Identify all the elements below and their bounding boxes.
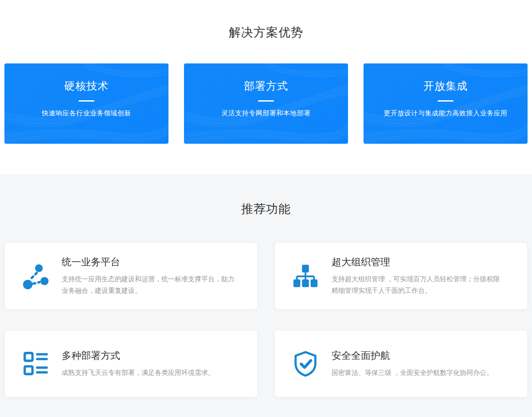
feature-title: 超大组织管理 [332,256,505,269]
advantage-card-subtitle: 灵活支持专网部署和本地部署 [184,109,348,118]
advantage-card-subtitle: 快速响应各行业业务领域创新 [4,109,168,118]
feature-card-security: 安全全面护航 国密算法、等保三级 ，全面安全护航数字化协同办公。 [274,330,528,397]
feature-cards-grid: 统一业务平台 支持统一应用生态的建设和运营，统一标准支撑平台，助力业务融合，建设… [0,242,532,397]
divider [258,100,274,102]
feature-card-org-management: 超大组织管理 支持超大组织管理 ，可实现百万人员轻松管理；分级权限精细管理实现千… [274,242,528,310]
advantage-card-title: 开放集成 [364,63,528,93]
features-section: 推荐功能 统一业务平台 支持统一应用生态的建设和运营，统一标准支撑平台，助力业务… [0,174,532,417]
feature-card-deployment: 多种部署方式 成熟支持飞天云专有部署，满足各类应用环境需求。 [4,330,258,397]
advantages-section: 解决方案优势 硬核技术 快速响应各行业业务领域创新 部署方式 灵活支持专网部署和… [0,0,532,174]
advantage-card-title: 部署方式 [184,63,348,93]
features-section-title: 推荐功能 [0,174,532,217]
divider [78,100,94,102]
advantage-card-title: 硬核技术 [4,63,168,93]
advantage-card-tech: 硬核技术 快速响应各行业业务领域创新 [4,63,168,144]
feature-description: 支持统一应用生态的建设和运营，统一标准支撑平台，助力业务融合，建设重复建设。 [62,273,235,296]
advantages-section-title: 解决方案优势 [0,0,532,40]
advantage-card-subtitle: 更开放设计与集成能力高效接入业务应用 [364,109,528,118]
list-icon [22,350,49,378]
feature-title: 统一业务平台 [62,256,235,269]
feature-description: 支持超大组织管理 ，可实现百万人员轻松管理；分级权限精细管理实现千人千面的工作台… [332,273,505,296]
feature-title: 多种部署方式 [62,349,235,362]
org-chart-icon [292,262,319,290]
divider [438,100,454,102]
feature-description: 国密算法、等保三级 ，全面安全护航数字化协同办公。 [332,367,505,378]
share-nodes-icon [22,262,49,290]
feature-card-unified-platform: 统一业务平台 支持统一应用生态的建设和运营，统一标准支撑平台，助力业务融合，建设… [4,242,258,310]
advantage-card-deploy: 部署方式 灵活支持专网部署和本地部署 [184,63,348,144]
advantage-cards-row: 硬核技术 快速响应各行业业务领域创新 部署方式 灵活支持专网部署和本地部署 开放… [0,63,532,144]
shield-check-icon [292,350,319,378]
feature-title: 安全全面护航 [332,349,505,362]
feature-description: 成熟支持飞天云专有部署，满足各类应用环境需求。 [62,367,235,378]
advantage-card-integration: 开放集成 更开放设计与集成能力高效接入业务应用 [364,63,528,144]
